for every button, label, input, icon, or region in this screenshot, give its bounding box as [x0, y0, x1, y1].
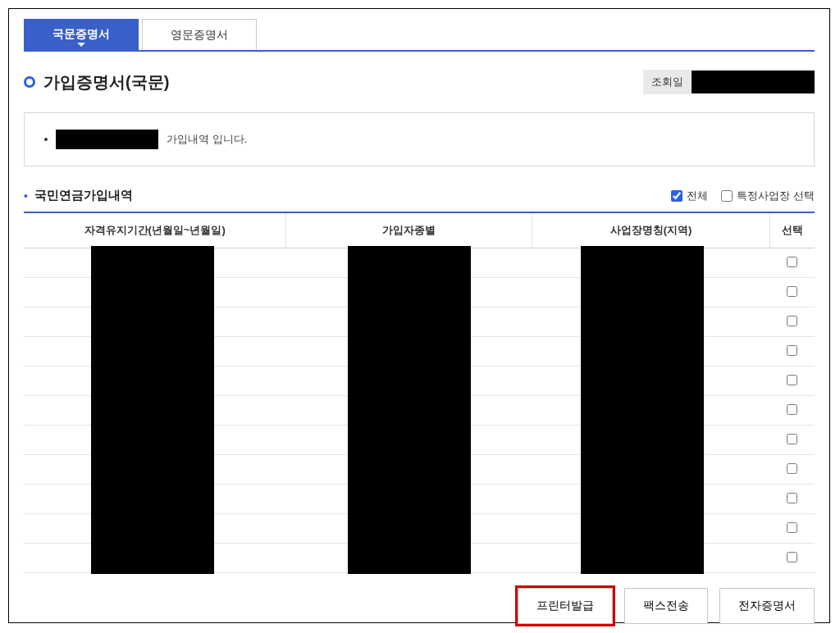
cell-select — [770, 396, 815, 426]
col-header-type: 가입자종별 — [286, 213, 532, 248]
cell-select — [770, 485, 815, 514]
row-select-checkbox[interactable] — [787, 434, 797, 444]
cell-select — [770, 337, 815, 367]
row-select-checkbox[interactable] — [787, 316, 797, 326]
filter-specific-label: 특정사업장 선택 — [737, 189, 815, 203]
cell-select — [770, 307, 815, 337]
bullet-icon — [24, 76, 35, 88]
page-title: 가입증명서(국문) — [43, 71, 169, 93]
bullet-icon: • — [24, 189, 28, 203]
tab-label: 영문증명서 — [171, 28, 228, 43]
row-select-checkbox[interactable] — [787, 375, 797, 385]
cell-select — [770, 514, 815, 544]
cell-select — [770, 278, 815, 307]
col-header-period: 자격유지기간(년월일~년월일) — [24, 213, 286, 248]
info-text: 가입내역 입니다. — [167, 132, 247, 147]
cell-select — [770, 426, 815, 455]
tab-label: 국문증명서 — [52, 27, 110, 42]
cell-select — [770, 455, 815, 485]
section-title: 국민연금가입내역 — [34, 188, 133, 203]
button-label: 전자증명서 — [738, 599, 796, 612]
cell-select — [770, 544, 815, 573]
row-select-checkbox[interactable] — [787, 345, 797, 356]
tab-korean-cert[interactable]: 국문증명서 — [24, 19, 139, 50]
cell-select — [770, 367, 815, 396]
row-select-checkbox[interactable] — [787, 404, 797, 415]
row-select-checkbox[interactable] — [787, 463, 797, 474]
lookup-date-label: 조회일 — [643, 70, 692, 94]
cell-select — [770, 248, 815, 278]
fax-button[interactable]: 팩스전송 — [624, 588, 708, 624]
col-header-select: 선택 — [770, 213, 815, 248]
row-select-checkbox[interactable] — [787, 522, 797, 533]
bullet-icon — [44, 138, 48, 141]
col-header-place: 사업장명칭(지역) — [532, 213, 770, 248]
button-label: 프린터발급 — [536, 599, 594, 612]
filter-specific[interactable]: 특정사업장 선택 — [721, 189, 815, 203]
row-select-checkbox[interactable] — [787, 552, 797, 562]
redacted-column-type — [348, 246, 471, 574]
filter-all-label: 전체 — [687, 189, 708, 203]
redacted-column-period — [91, 246, 214, 574]
button-label: 팩스전송 — [643, 599, 689, 612]
info-box: 가입내역 입니다. — [24, 112, 815, 166]
redacted-name — [56, 130, 158, 149]
row-select-checkbox[interactable] — [787, 286, 797, 297]
ecert-button[interactable]: 전자증명서 — [719, 588, 815, 624]
tab-bar: 국문증명서 영문증명서 — [24, 19, 815, 52]
print-button[interactable]: 프린터발급 — [518, 588, 613, 624]
lookup-date-value — [692, 71, 815, 93]
filter-all[interactable]: 전체 — [671, 189, 708, 203]
row-select-checkbox[interactable] — [787, 257, 797, 267]
filter-all-checkbox[interactable] — [671, 190, 682, 202]
redacted-column-place — [581, 246, 704, 574]
filter-specific-checkbox[interactable] — [721, 190, 733, 202]
tab-english-cert[interactable]: 영문증명서 — [142, 19, 257, 50]
row-select-checkbox[interactable] — [787, 493, 797, 503]
